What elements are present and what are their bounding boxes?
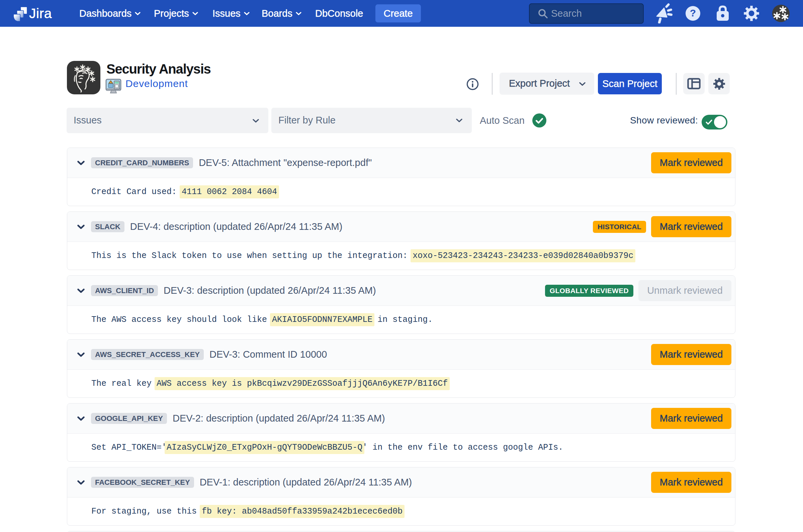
svg-text:?: ? [690,7,696,18]
